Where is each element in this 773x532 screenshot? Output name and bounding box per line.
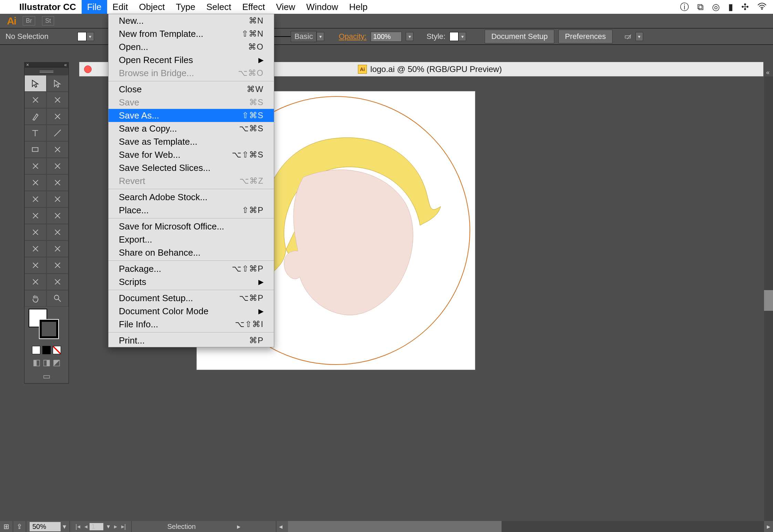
close-window-button[interactable] xyxy=(84,65,92,73)
magic-wand-tool[interactable] xyxy=(24,92,47,108)
zoom-control[interactable]: 50% ▾ xyxy=(26,521,70,532)
horizontal-scrollbar[interactable] xyxy=(288,521,764,532)
file-menu-save-as-template[interactable]: Save as Template... xyxy=(109,135,274,148)
menu-item-effect[interactable]: Effect xyxy=(237,0,270,14)
file-menu-package[interactable]: Package...⌥⇧⌘P xyxy=(109,262,274,275)
paintbrush-tool[interactable] xyxy=(47,141,69,158)
width-tool[interactable] xyxy=(24,191,47,207)
file-menu-scripts[interactable]: Scripts▶ xyxy=(109,275,274,288)
scrollbar-thumb[interactable] xyxy=(288,521,502,532)
symbol-sprayer-tool[interactable] xyxy=(24,257,47,274)
color-mode-color[interactable] xyxy=(32,346,40,354)
scale-tool[interactable] xyxy=(47,174,69,191)
hand-tool[interactable] xyxy=(24,290,47,307)
selection-tool[interactable] xyxy=(24,75,47,92)
file-menu-print[interactable]: Print...⌘P xyxy=(109,334,274,347)
draw-inside-icon[interactable]: ◩ xyxy=(53,358,61,367)
dropbox-icon[interactable]: ⧉ xyxy=(697,2,704,12)
chevron-down-icon[interactable]: ▾ xyxy=(406,32,413,41)
file-menu-file-info[interactable]: File Info...⌥⇧⌘I xyxy=(109,318,274,331)
wifi-icon[interactable] xyxy=(757,2,767,12)
file-menu-document-setup[interactable]: Document Setup...⌥⌘P xyxy=(109,291,274,305)
direct-selection-tool[interactable] xyxy=(47,75,69,92)
blend-tool[interactable] xyxy=(47,241,69,257)
menu-item-window[interactable]: Window xyxy=(301,0,343,14)
artboard-number[interactable]: 1 xyxy=(90,523,103,530)
menu-item-type[interactable]: Type xyxy=(171,0,201,14)
artboard-tool[interactable] xyxy=(24,274,47,290)
file-menu-save-for-web[interactable]: Save for Web...⌥⇧⌘S xyxy=(109,148,274,161)
menu-item-object[interactable]: Object xyxy=(133,0,170,14)
chevron-down-icon[interactable]: ▾ xyxy=(636,32,643,41)
document-setup-button[interactable]: Document Setup xyxy=(485,30,554,43)
scrollbar-thumb[interactable] xyxy=(764,290,773,311)
curvature-tool[interactable] xyxy=(47,108,69,125)
next-artboard-icon[interactable]: ▸ xyxy=(112,523,119,530)
cc-icon[interactable]: ✣ xyxy=(741,2,749,12)
column-graph-tool[interactable] xyxy=(47,257,69,274)
last-artboard-icon[interactable]: ▸| xyxy=(119,523,128,530)
line-tool[interactable] xyxy=(47,125,69,141)
shape-builder-tool[interactable] xyxy=(24,207,47,224)
menu-item-select[interactable]: Select xyxy=(201,0,237,14)
file-menu-open-recent-files[interactable]: Open Recent Files▶ xyxy=(109,53,274,66)
perspective-grid-tool[interactable] xyxy=(47,207,69,224)
vertical-scrollbar[interactable] xyxy=(764,76,773,521)
scroll-right-icon[interactable]: ▸ xyxy=(764,522,773,531)
file-menu-share-on-behance[interactable]: Share on Behance... xyxy=(109,246,274,259)
stock-button[interactable]: St xyxy=(42,16,54,25)
color-mode-none[interactable] xyxy=(53,346,61,354)
gradient-tool[interactable] xyxy=(47,224,69,241)
file-menu-save-for-microsoft-office[interactable]: Save for Microsoft Office... xyxy=(109,220,274,233)
gpu-icon[interactable]: ⊞ xyxy=(0,521,13,532)
preferences-button[interactable]: Preferences xyxy=(558,30,612,43)
info-icon[interactable]: ⓘ xyxy=(680,1,689,13)
file-menu-open[interactable]: Open...⌘O xyxy=(109,40,274,53)
free-transform-tool[interactable] xyxy=(47,191,69,207)
file-menu-search-adobe-stock[interactable]: Search Adobe Stock... xyxy=(109,191,274,204)
file-menu-save-a-copy[interactable]: Save a Copy...⌥⌘S xyxy=(109,122,274,135)
file-menu-new[interactable]: New...⌘N xyxy=(109,14,274,27)
file-menu-export[interactable]: Export... xyxy=(109,233,274,246)
pencil-tool[interactable] xyxy=(24,158,47,174)
zoom-tool[interactable] xyxy=(47,290,69,307)
draw-behind-icon[interactable]: ◨ xyxy=(43,358,51,367)
sync-icon[interactable]: ◎ xyxy=(712,2,720,12)
fill-stroke-control[interactable] xyxy=(24,307,69,338)
file-menu-new-from-template[interactable]: New from Template...⇧⌘N xyxy=(109,27,274,40)
menu-app-name[interactable]: Illustrator CC xyxy=(14,0,82,14)
mesh-tool[interactable] xyxy=(24,224,47,241)
stroke-indicator[interactable] xyxy=(40,320,58,338)
artboard-nav[interactable]: |◂ ◂ 1 ▾ ▸ ▸| xyxy=(70,521,132,532)
bookmark-icon[interactable]: ▮ xyxy=(728,2,733,12)
file-menu-close[interactable]: Close⌘W xyxy=(109,83,274,96)
screen-mode-icon[interactable]: ▭ xyxy=(43,371,51,381)
fill-color-control[interactable]: ▾ xyxy=(78,32,94,41)
tool-panel-tab[interactable]: × « xyxy=(24,62,69,68)
file-menu-save-selected-slices[interactable]: Save Selected Slices... xyxy=(109,161,274,174)
file-menu-save-as[interactable]: Save As...⇧⌘S xyxy=(109,109,274,122)
export-icon[interactable]: ⇪ xyxy=(13,521,26,532)
panel-collapse-icon[interactable]: « xyxy=(766,69,770,76)
zoom-value[interactable]: 50% xyxy=(30,522,61,531)
eyedropper-tool[interactable] xyxy=(24,241,47,257)
prev-artboard-icon[interactable]: ◂ xyxy=(82,523,90,530)
rectangle-tool[interactable] xyxy=(24,141,47,158)
file-menu-place[interactable]: Place...⇧⌘P xyxy=(109,204,274,217)
rotate-tool[interactable] xyxy=(24,174,47,191)
tool-panel-header[interactable] xyxy=(24,68,69,75)
pen-tool[interactable] xyxy=(24,108,47,125)
type-tool[interactable] xyxy=(24,125,47,141)
file-menu-document-color-mode[interactable]: Document Color Mode▶ xyxy=(109,305,274,318)
scroll-left-icon[interactable]: ◂ xyxy=(276,522,285,531)
lasso-tool[interactable] xyxy=(47,92,69,108)
draw-normal-icon[interactable]: ◧ xyxy=(33,358,41,367)
opacity-input[interactable] xyxy=(371,32,402,42)
slice-tool[interactable] xyxy=(47,274,69,290)
menu-item-help[interactable]: Help xyxy=(344,0,373,14)
graphic-style-control[interactable]: ▾ xyxy=(450,32,466,41)
menu-item-edit[interactable]: Edit xyxy=(107,0,134,14)
menu-item-file[interactable]: File xyxy=(82,0,107,14)
align-icon[interactable]: ▭̷ xyxy=(624,32,631,41)
menu-item-view[interactable]: View xyxy=(270,0,301,14)
